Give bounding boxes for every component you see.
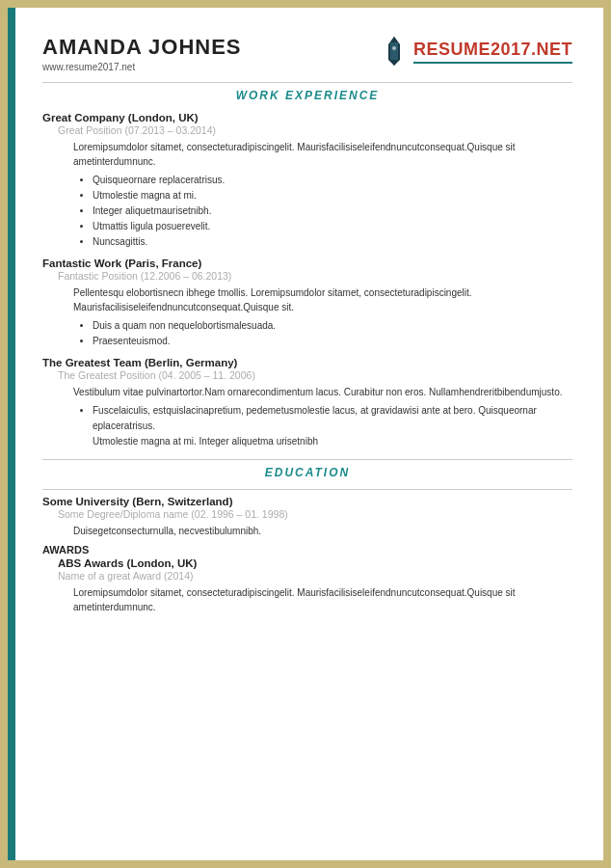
- company-name-1: Great Company (London, UK): [42, 112, 572, 123]
- work-entry-3: The Greatest Team (Berlin, Germany) The …: [42, 357, 572, 449]
- description-3: Vestibulum vitae pulvinartortor.Nam orna…: [73, 385, 572, 399]
- edu-entry-1: Some University (Bern, Switzerland) Some…: [42, 496, 572, 538]
- work-entry-1: Great Company (London, UK) Great Positio…: [42, 112, 572, 250]
- resume-paper: AMANDA JOHNES www.resume2017.net RESUME2…: [15, 8, 603, 860]
- bullet-list-3: Fuscelaiculis, estquislacinapretium, ped…: [93, 403, 572, 449]
- award-title: Name of a great Award (2014): [58, 570, 572, 582]
- logo-underline: [413, 62, 572, 64]
- company-name-2: Fantastic Work (Paris, France): [42, 258, 572, 269]
- bullet-item: Utmattis ligula posuerevelit.: [93, 219, 572, 234]
- bullet-item: Integer aliquetmaurisetnibh.: [93, 203, 572, 219]
- bullet-item: Utmolestie magna at mi.: [93, 188, 572, 203]
- bullet-list-2: Duis a quam non nequelobortismalesuada. …: [93, 318, 572, 349]
- bullet-item: Praesenteuismod.: [93, 334, 572, 349]
- education-title: EDUCATION: [42, 466, 572, 479]
- degree-title: Some Degree/Diploma name (02. 1996 – 01.…: [58, 508, 572, 520]
- bullet-item: Quisqueornare replaceratrisus.: [93, 173, 572, 188]
- work-entry-2: Fantastic Work (Paris, France) Fantastic…: [42, 258, 572, 349]
- award-entry-1: ABS Awards (London, UK) Name of a great …: [42, 557, 572, 614]
- logo-text: RESUME2017.NET: [413, 40, 572, 60]
- svg-rect-2: [390, 42, 398, 60]
- position-title-1: Great Position (07.2013 – 03.2014): [58, 124, 572, 136]
- institution-name: Some University (Bern, Switzerland): [42, 496, 572, 507]
- company-name-3: The Greatest Team (Berlin, Germany): [42, 357, 572, 368]
- position-title-3: The Greatest Position (04. 2005 – 11. 20…: [58, 369, 572, 381]
- description-1: Loremipsumdolor sitamet, consecteturadip…: [73, 140, 572, 169]
- header-divider: [42, 82, 572, 83]
- pen-icon: [381, 35, 408, 68]
- education-top-divider: [42, 459, 572, 460]
- header-left: AMANDA JOHNES www.resume2017.net: [42, 35, 242, 72]
- award-description: Loremipsumdolor sitamet, consecteturadip…: [73, 585, 572, 614]
- resume-header: AMANDA JOHNES www.resume2017.net RESUME2…: [42, 35, 572, 72]
- logo-text-container: RESUME2017.NET: [413, 40, 572, 64]
- bullet-item: Duis a quam non nequelobortismalesuada.: [93, 318, 572, 334]
- bullet-item: Fuscelaiculis, estquislacinapretium, ped…: [93, 403, 572, 449]
- bullet-list-1: Quisqueornare replaceratrisus. Utmolesti…: [93, 173, 572, 250]
- website-url: www.resume2017.net: [42, 62, 242, 72]
- award-org-name: ABS Awards (London, UK): [58, 557, 572, 569]
- description-2: Pellentesqu elobortisnecn ibhege tmollis…: [73, 285, 572, 314]
- work-experience-title: WORK EXPERIENCE: [42, 89, 572, 102]
- edu-description: Duisegetconsecturnulla, necvestibulumnib…: [73, 524, 572, 538]
- position-title-2: Fantastic Position (12.2006 – 06.2013): [58, 270, 572, 282]
- header-right: RESUME2017.NET: [381, 35, 572, 68]
- svg-marker-1: [390, 37, 398, 42]
- education-bottom-divider: [42, 489, 572, 490]
- applicant-name: AMANDA JOHNES: [42, 35, 242, 60]
- bullet-item: Nuncsagittis.: [93, 234, 572, 250]
- svg-point-4: [392, 46, 396, 50]
- left-accent-bar: [8, 8, 15, 860]
- page-wrapper: AMANDA JOHNES www.resume2017.net RESUME2…: [0, 0, 611, 868]
- awards-label: AWARDS: [42, 544, 572, 556]
